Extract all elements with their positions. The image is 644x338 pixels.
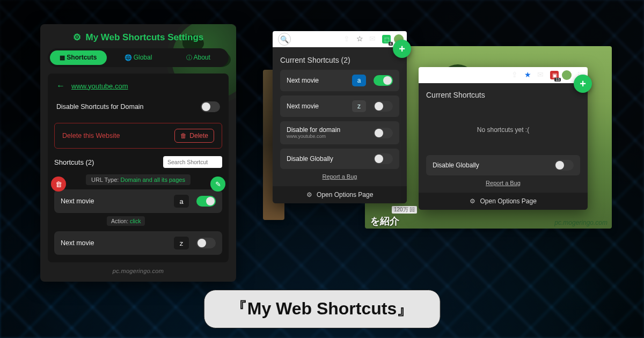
bg-jp-caption: を紹介 bbox=[370, 215, 399, 227]
disable-domain-label: Disable for domain bbox=[287, 126, 374, 134]
popup-empty: ⇪ ★ ✉ ▣ ⋮ + Current Shortcuts No shortcu… bbox=[419, 67, 588, 210]
disable-global-row: Disable Globally bbox=[426, 155, 580, 175]
list-icon: ▦ bbox=[60, 54, 65, 61]
watermark-text: pc.mogeringo.com bbox=[48, 268, 229, 274]
disable-global-row: Disable Globally bbox=[280, 149, 399, 169]
disable-global-toggle[interactable] bbox=[554, 160, 574, 171]
shortcut-name: Next movie bbox=[287, 102, 352, 110]
shortcut-name: Next movie bbox=[287, 77, 352, 84]
star-icon[interactable]: ★ bbox=[524, 70, 534, 80]
delete-website-section: Delete this Website 🗑 Delete bbox=[54, 123, 222, 149]
shortcut-toggle[interactable] bbox=[196, 196, 216, 207]
globe-icon: 🌐 bbox=[125, 54, 132, 61]
star-icon[interactable]: ☆ bbox=[356, 34, 366, 44]
tab-global[interactable]: 🌐Global bbox=[110, 50, 167, 65]
share-icon[interactable]: ⇪ bbox=[511, 70, 521, 80]
popup-shortcut-row: Next movie a bbox=[280, 70, 399, 91]
url-type-pill: URL Type: Domain and all its pages bbox=[86, 174, 191, 185]
shortcut-toggle[interactable] bbox=[196, 238, 216, 248]
disable-domain-row: Disable for domain www.youtube.com bbox=[280, 121, 399, 144]
bg-view-count: 120万 回 bbox=[392, 206, 417, 214]
popup-title: Current Shortcuts bbox=[426, 91, 580, 99]
mail-icon[interactable]: ✉ bbox=[369, 34, 379, 44]
share-icon[interactable]: ⇪ bbox=[343, 34, 353, 44]
settings-window: ⚙ My Web Shortcuts Settings ▦Shortcuts 🌐… bbox=[40, 24, 236, 282]
tab-about[interactable]: ⓘAbout bbox=[170, 50, 226, 65]
gear-icon: ⚙ bbox=[470, 197, 475, 205]
disable-global-toggle[interactable] bbox=[374, 153, 393, 164]
search-icon[interactable]: 🔍 bbox=[278, 33, 291, 46]
browser-toolbar: ⇪ ★ ✉ ▣ ⋮ bbox=[419, 67, 588, 83]
delete-website-label: Delete this Website bbox=[62, 132, 120, 139]
settings-tabs: ▦Shortcuts 🌐Global ⓘAbout bbox=[48, 48, 229, 67]
browser-toolbar: 🔍 ⇪ ☆ ✉ ⬚ bbox=[273, 31, 407, 47]
notification-badge-icon[interactable]: ▣ bbox=[550, 71, 559, 79]
shortcuts-count-label: Shortcuts (2) bbox=[54, 158, 94, 166]
shortcut-name: Next movie bbox=[61, 197, 174, 205]
add-shortcut-fab[interactable]: + bbox=[393, 40, 411, 58]
shortcut-name: Next movie bbox=[61, 239, 174, 247]
shortcut-key-badge: z bbox=[352, 100, 366, 112]
trash-icon: 🗑 bbox=[180, 132, 187, 139]
mail-icon[interactable]: ✉ bbox=[537, 70, 547, 80]
empty-state-text: No shortcuts yet :( bbox=[426, 105, 580, 155]
extension-badge-icon[interactable]: ⬚ bbox=[382, 35, 391, 43]
shortcut-toggle[interactable] bbox=[374, 75, 393, 86]
shortcut-row: Next movie z bbox=[54, 231, 222, 255]
back-arrow-icon[interactable]: ← bbox=[56, 81, 65, 91]
info-icon: ⓘ bbox=[186, 54, 192, 61]
delete-button[interactable]: 🗑 Delete bbox=[174, 129, 214, 143]
domain-url-link[interactable]: www.youtube.com bbox=[71, 82, 128, 90]
add-shortcut-fab[interactable]: + bbox=[574, 75, 592, 93]
shortcut-key-badge: a bbox=[352, 75, 366, 86]
shortcut-toggle[interactable] bbox=[374, 101, 393, 112]
shortcut-row: Next movie a bbox=[54, 189, 222, 213]
disable-domain-toggle[interactable] bbox=[374, 128, 393, 138]
page-title-bubble: 『My Web Shortcuts』 bbox=[204, 290, 441, 328]
shortcut-key-badge: a bbox=[174, 195, 189, 208]
disable-global-label: Disable Globally bbox=[433, 161, 554, 169]
popup-shortcut-row: Next movie z bbox=[280, 95, 399, 117]
delete-shortcut-button[interactable]: 🗑 bbox=[51, 177, 66, 192]
popup-title: Current Shortcuts (2) bbox=[280, 56, 399, 64]
disable-global-label: Disable Globally bbox=[287, 155, 374, 163]
bg-site-watermark: pc.mogeringo.com bbox=[554, 219, 608, 226]
gear-icon: ⚙ bbox=[73, 32, 81, 42]
popup-shortcuts: 🔍 ⇪ ☆ ✉ ⬚ + Current Shortcuts (2) Next m… bbox=[273, 32, 407, 203]
edit-shortcut-button[interactable]: ✎ bbox=[210, 177, 225, 192]
disable-domain-label: Disable Shortcuts for Domain bbox=[56, 103, 144, 111]
open-options-button[interactable]: ⚙ Open Options Page bbox=[419, 193, 588, 210]
gear-icon: ⚙ bbox=[306, 191, 312, 199]
open-options-button[interactable]: ⚙ Open Options Page bbox=[273, 186, 407, 203]
avatar-icon[interactable] bbox=[562, 70, 572, 80]
domain-panel: ← www.youtube.com Disable Shortcuts for … bbox=[48, 74, 229, 262]
shortcut-key-badge: z bbox=[174, 237, 189, 249]
disable-domain-sublabel: www.youtube.com bbox=[287, 134, 374, 139]
search-shortcut-input[interactable] bbox=[163, 156, 222, 168]
settings-title: ⚙ My Web Shortcuts Settings bbox=[48, 30, 229, 48]
tab-shortcuts[interactable]: ▦Shortcuts bbox=[50, 50, 107, 65]
report-bug-link[interactable]: Report a Bug bbox=[280, 173, 399, 180]
report-bug-link[interactable]: Report a Bug bbox=[426, 180, 580, 186]
action-pill: Action: click bbox=[107, 216, 145, 226]
disable-domain-toggle[interactable] bbox=[201, 101, 220, 112]
